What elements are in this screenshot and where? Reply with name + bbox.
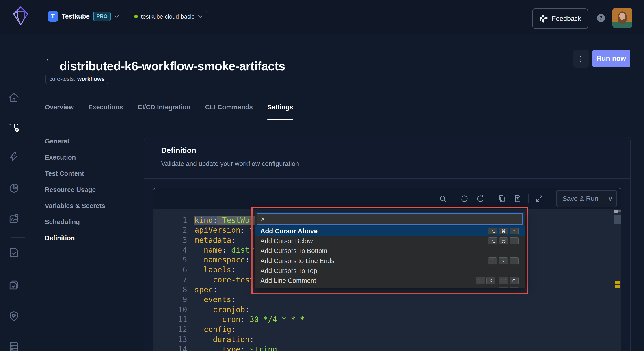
code-text: labels: [194,265,236,274]
palette-item-add-cursors-to-bottom[interactable]: Add Cursors To Bottom [254,246,525,256]
sidebar-item-artifacts-monitor-icon[interactable] [8,212,20,225]
user-avatar[interactable] [612,8,632,28]
command-prompt: > [260,215,265,223]
code-line[interactable]: 9 events: [154,294,621,304]
save-and-run-dropdown[interactable]: ∨ [604,190,616,207]
diff-document-icon[interactable] [513,194,522,204]
keybinding: ⌥⌘↓ [488,237,518,245]
subnav-item-scheduling[interactable]: Scheduling [45,214,105,230]
modified-line-marker [615,281,620,284]
app-root: T Testkube PRO testkube-cloud-basic Feed… [0,0,644,351]
code-line[interactable]: 14 type: string [154,344,621,351]
key-chip: ⌘ [476,277,485,284]
subnav-item-general[interactable]: General [45,133,105,149]
save-and-run-button[interactable]: Save & Run ∨ [556,190,617,207]
key-chip: I [510,257,518,265]
line-number: 2 [154,225,187,235]
command-palette: > Add Cursor Above⌥⌘↑Add Cursor Below⌥⌘↓… [254,212,525,288]
keybinding: ⌥⌘↑ [488,228,518,235]
tab-executions[interactable]: Executions [88,104,123,114]
keybinding: ⇧⌥I [488,257,518,265]
command-palette-input[interactable]: > [257,213,523,225]
key-chip: ⌥ [488,228,498,235]
key-chip: ⌘ [499,277,508,284]
tab-settings[interactable]: Settings [267,104,293,114]
palette-item-add-cursors-to-line-ends[interactable]: Add Cursors to Line Ends⇧⌥I [254,256,525,266]
subnav-item-definition[interactable]: Definition [45,230,105,246]
palette-item-label: Add Cursor Below [260,237,313,245]
sidebar-item-test-suites-files-icon[interactable] [8,278,20,291]
sidebar-item-webhooks-shield-icon[interactable] [8,310,20,322]
minimap-selected-line [614,210,621,212]
subnav-item-resource-usage[interactable]: Resource Usage [45,182,105,198]
tab-cli-commands[interactable]: CLI Commands [205,104,253,114]
code-line[interactable]: 12 config: [154,324,621,334]
palette-item-add-line-comment[interactable]: Add Line Comment⌘K⌘C [254,276,525,286]
copy-icon[interactable] [497,194,507,204]
expand-icon[interactable] [534,194,544,204]
help-button[interactable]: ? [597,14,605,22]
more-actions-button[interactable]: ⋮ [573,50,589,68]
pro-plan-badge: PRO [93,12,111,21]
code-text: metadata: [194,235,236,245]
subnav-item-execution[interactable]: Execution [45,149,105,166]
search-icon[interactable] [438,194,448,204]
save-and-run-label: Save & Run [556,190,604,207]
sidebar-item-executions-lightning-icon[interactable] [8,150,20,163]
environment-status-dot [134,15,138,18]
palette-item-add-cursors-to-top[interactable]: Add Cursors To Top [254,266,525,276]
sidebar-item-test-workflows-icon[interactable] [8,121,20,134]
sidebar-item-executors-server-icon[interactable] [8,340,20,351]
code-line[interactable]: 10 - cronjob: [154,304,621,314]
palette-item-label: Add Cursor Above [260,228,318,235]
code-text: duration: [194,334,254,344]
line-number: 13 [154,334,187,344]
palette-item-add-cursor-above[interactable]: Add Cursor Above⌥⌘↑ [254,226,525,236]
feedback-button[interactable]: Feedback [532,8,588,29]
code-text: spec: [194,285,217,294]
sidebar-rail [0,35,25,351]
sidebar-item-insights-pie-icon[interactable] [8,182,20,194]
scrollbar-slider[interactable] [614,214,621,224]
undo-icon[interactable] [460,194,470,204]
subnav-item-test-content[interactable]: Test Content [45,166,105,182]
code-line[interactable]: 13 duration: [154,334,621,344]
environment-selector[interactable]: testkube-cloud-basic [130,11,207,22]
keybinding: ⌘K⌘C [476,277,518,284]
code-text: type: string [194,344,277,351]
sidebar-divider [11,237,25,238]
keybinding [499,287,518,288]
tab-ci-cd-integration[interactable]: CI/CD Integration [138,104,191,114]
org-avatar: T [48,11,58,22]
settings-subnav: GeneralExecutionTest ContentResource Usa… [45,133,105,246]
line-number: 5 [154,255,187,265]
org-switcher[interactable]: T Testkube PRO [48,11,119,22]
palette-item-partial[interactable] [254,286,525,288]
toolbar-divider [550,194,550,203]
testkube-logo-icon[interactable] [13,6,28,26]
org-name: Testkube [62,13,90,20]
key-chip: ↑ [510,228,518,235]
sidebar-item-home-icon[interactable] [8,91,20,104]
code-line[interactable]: 11 cron: 30 */4 * * * [154,314,621,324]
tab-overview[interactable]: Overview [45,104,74,114]
command-palette-list: Add Cursor Above⌥⌘↑Add Cursor Below⌥⌘↓Ad… [254,226,525,288]
palette-item-label: Add Cursors to Line Ends [260,257,334,265]
line-number: 3 [154,235,187,245]
palette-item-label: Add Cursors To Top [260,267,317,274]
line-number: 9 [154,294,187,304]
page-title: distributed-k6-workflow-smoke-artifacts [60,59,285,73]
line-number: 6 [154,265,187,274]
environment-name: testkube-cloud-basic [141,13,194,20]
sidebar-item-tests-file-check-icon[interactable] [8,246,20,259]
palette-item-add-cursor-below[interactable]: Add Cursor Below⌥⌘↓ [254,236,525,246]
key-chip: C [510,277,518,284]
run-now-button[interactable]: Run now [592,50,630,67]
line-number: 10 [154,304,187,314]
line-number: 7 [154,275,187,285]
editor-overview-ruler[interactable] [614,209,621,351]
badge-key: core-tests: [49,76,76,82]
subnav-item-variables-secrets[interactable]: Variables & Secrets [45,198,105,214]
redo-icon[interactable] [475,194,485,204]
back-button[interactable]: ← [44,52,56,64]
